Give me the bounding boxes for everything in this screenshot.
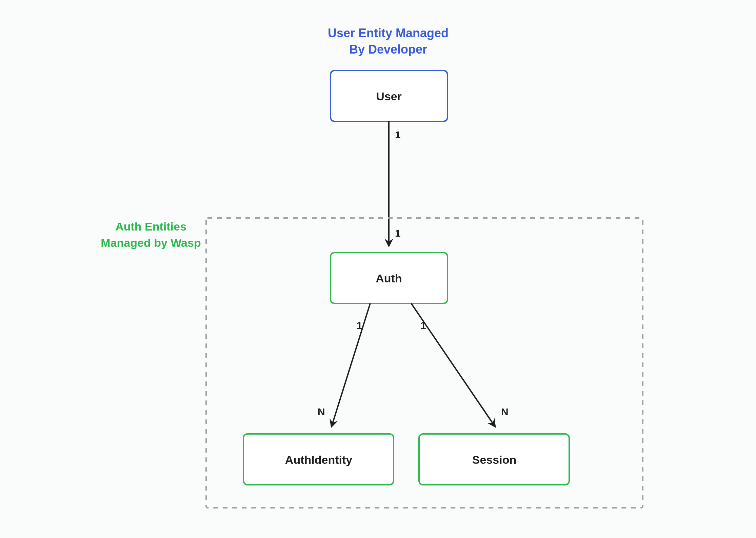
header-title-line1: User Entity Managed <box>328 26 449 40</box>
edge-auth-to-session: 1 N <box>411 303 509 426</box>
edge-auth-to-session-card-from: 1 <box>420 320 426 331</box>
auth-entities-group-label-line2: Managed by Wasp <box>101 236 201 249</box>
entity-user: User <box>331 71 447 121</box>
entity-auth-identity-label: AuthIdentity <box>285 453 352 466</box>
edge-auth-to-auth-identity-card-to: N <box>318 406 325 417</box>
header-title-line2: By Developer <box>349 42 427 56</box>
entity-auth-label: Auth <box>376 272 402 285</box>
edge-user-to-auth: 1 1 <box>389 121 401 246</box>
edge-auth-to-auth-identity: 1 N <box>318 303 370 426</box>
auth-entities-group-label-line1: Auth Entities <box>115 220 186 233</box>
entity-user-label: User <box>376 90 402 103</box>
edge-user-to-auth-card-to: 1 <box>395 227 401 239</box>
entity-session: Session <box>419 434 569 485</box>
diagram-canvas: User Entity Managed By Developer User 1 … <box>0 0 756 538</box>
entity-auth-identity: AuthIdentity <box>243 434 394 485</box>
svg-line-3 <box>332 303 370 426</box>
edge-auth-to-auth-identity-card-from: 1 <box>357 320 362 331</box>
entity-auth: Auth <box>331 253 447 303</box>
edge-auth-to-session-card-to: N <box>501 406 509 417</box>
entity-session-label: Session <box>472 453 516 466</box>
edge-user-to-auth-card-from: 1 <box>395 129 401 140</box>
